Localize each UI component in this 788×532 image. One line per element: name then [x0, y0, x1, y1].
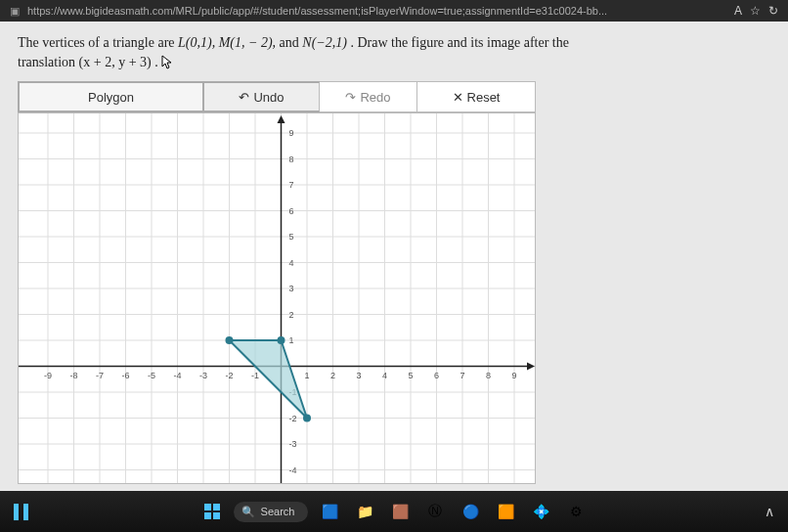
- svg-text:-3: -3: [199, 371, 207, 380]
- svg-text:-6: -6: [121, 371, 129, 380]
- settings-icon[interactable]: ⚙: [562, 498, 590, 525]
- svg-text:5: 5: [408, 371, 413, 380]
- read-aloud-icon[interactable]: A: [734, 4, 742, 18]
- close-icon: ✕: [453, 90, 463, 105]
- task-view-icon[interactable]: 🟦: [316, 498, 343, 525]
- coordinate-graph[interactable]: -9-8-7-6-5-4-3-2-1123456789-5-4-3-2-1123…: [18, 112, 536, 484]
- svg-text:2: 2: [289, 310, 294, 320]
- undo-button[interactable]: ↶ Undo: [202, 81, 320, 112]
- svg-text:2: 2: [330, 371, 335, 380]
- edge-icon[interactable]: 🔵: [457, 498, 484, 525]
- svg-point-73: [226, 336, 234, 344]
- svg-marker-37: [278, 115, 285, 123]
- word-icon[interactable]: ▌▌: [14, 504, 33, 519]
- undo-icon: ↶: [239, 90, 249, 105]
- svg-text:-7: -7: [96, 371, 104, 380]
- svg-text:9: 9: [289, 128, 294, 138]
- svg-text:1: 1: [304, 371, 309, 380]
- search-icon: 🔍: [241, 506, 255, 518]
- svg-marker-35: [527, 363, 535, 371]
- store-icon[interactable]: Ⓝ: [421, 498, 449, 525]
- svg-text:7: 7: [460, 371, 464, 380]
- svg-text:3: 3: [356, 371, 361, 380]
- explorer-icon[interactable]: 📁: [351, 498, 378, 525]
- graph-svg[interactable]: -9-8-7-6-5-4-3-2-1123456789-5-4-3-2-1123…: [19, 113, 536, 484]
- svg-text:8: 8: [289, 155, 294, 164]
- browser-url-bar[interactable]: ▣ https://www.bigideasmath.com/MRL/publi…: [0, 0, 788, 22]
- app-icon-2[interactable]: 🟧: [492, 498, 519, 525]
- svg-text:-8: -8: [69, 371, 77, 380]
- taskbar-search[interactable]: 🔍 Search: [234, 502, 309, 522]
- redo-icon: ↷: [345, 90, 356, 105]
- svg-text:5: 5: [289, 232, 294, 242]
- svg-text:3: 3: [289, 284, 294, 293]
- reset-button[interactable]: ✕ Reset: [417, 82, 535, 111]
- redo-button[interactable]: ↷ Redo: [320, 82, 417, 111]
- favorite-icon[interactable]: ☆: [750, 4, 761, 18]
- svg-rect-75: [213, 504, 220, 510]
- svg-text:6: 6: [289, 206, 294, 216]
- refresh-icon[interactable]: ↻: [768, 4, 778, 18]
- drawing-toolbar: Polygon ↶ Undo ↷ Redo ✕ Reset: [18, 81, 536, 112]
- svg-text:1: 1: [289, 335, 294, 345]
- svg-text:-5: -5: [148, 371, 155, 380]
- svg-text:-2: -2: [289, 414, 297, 423]
- question-text: The vertices of a triangle are L(0,1), M…: [18, 33, 770, 71]
- svg-text:6: 6: [434, 371, 439, 380]
- cursor-icon: [161, 55, 173, 70]
- svg-text:-1: -1: [251, 371, 259, 380]
- svg-text:9: 9: [511, 371, 516, 380]
- windows-taskbar[interactable]: ▌▌ 🔍 Search 🟦 📁 🟫 Ⓝ 🔵 🟧 💠 ⚙ ∧: [0, 491, 788, 532]
- svg-marker-70: [230, 340, 308, 419]
- svg-text:8: 8: [486, 371, 491, 380]
- svg-point-72: [303, 415, 311, 422]
- assessment-content: The vertices of a triangle are L(0,1), M…: [0, 22, 788, 491]
- polygon-tool-button[interactable]: Polygon: [18, 81, 203, 112]
- svg-text:-4: -4: [173, 371, 181, 380]
- svg-text:4: 4: [382, 371, 387, 380]
- svg-text:-4: -4: [289, 466, 297, 475]
- expand-icon[interactable]: ∧: [765, 504, 774, 519]
- svg-rect-76: [204, 512, 211, 519]
- svg-text:4: 4: [289, 258, 294, 268]
- svg-text:7: 7: [289, 180, 294, 190]
- svg-rect-74: [204, 504, 211, 510]
- svg-point-71: [278, 336, 285, 344]
- svg-rect-77: [213, 512, 220, 519]
- app-icon-1[interactable]: 🟫: [386, 498, 414, 525]
- svg-text:-3: -3: [289, 439, 297, 449]
- start-icon[interactable]: [198, 498, 226, 525]
- svg-text:-9: -9: [44, 371, 52, 380]
- svg-text:-2: -2: [225, 371, 233, 380]
- url-text: https://www.bigideasmath.com/MRL/public/…: [27, 5, 726, 17]
- app-icon-3[interactable]: 💠: [527, 498, 554, 525]
